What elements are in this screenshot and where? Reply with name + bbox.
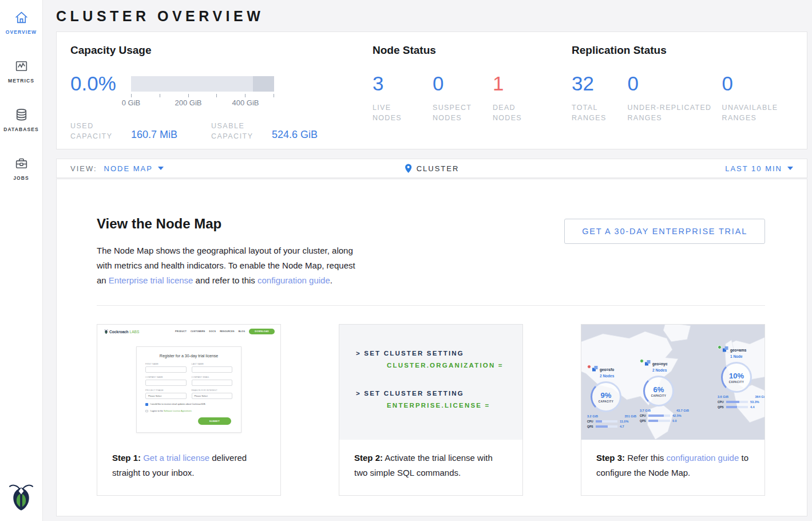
suspect-nodes-value: 0 [433,73,493,94]
qps-value: 0.0 [672,419,677,423]
total-ranges-value: 32 [572,73,627,94]
capacity-gauge-percent: 10% [729,372,744,380]
suspect-nodes-stat: 0 SUSPECT NODES [433,73,493,123]
node-status-section: Node Status 3 LIVE NODES 0 SUSPECT NODES… [373,44,572,149]
step3-node-map-preview: geo=sfo2 Nodes 9% CAPACITY 3.2 GiB351 Gi… [581,325,765,440]
enterprise-trial-license-link[interactable]: Enterprise trial license [109,275,193,285]
step3-card: geo=sfo2 Nodes 9% CAPACITY 3.2 GiB351 Gi… [581,324,765,496]
mini-site-input [145,366,187,373]
usable-capacity-value: 524.6 GiB [272,129,318,141]
capacity-used: 3.7 GiB [640,409,651,412]
jobs-icon [14,156,29,171]
mini-site-field-label: FIRST NAME [145,363,187,365]
capacity-gauge: 10% CAPACITY [721,362,752,393]
mini-site-field-label: COMPANY EMAIL [192,376,233,378]
dead-nodes-stat: 1 DEAD NODES [493,73,553,123]
capacity-usage-title: Capacity Usage [70,44,373,57]
divider [97,305,765,306]
view-toolbar: VIEW: NODE MAP CLUSTER LAST 10 MIN [56,159,807,178]
step3-label: Step 3: [596,453,625,463]
databases-icon [14,107,29,123]
nodes-cube-icon [723,346,728,352]
metrics-icon [14,58,29,74]
sql-command-line: > SET CLUSTER SETTING [356,390,522,397]
mini-site-logo: CockroachLABS [104,329,139,334]
cpu-label: CPU [640,414,648,417]
sidebar-item-label: JOBS [13,175,29,181]
main-content: CLUSTER OVERVIEW Capacity Usage 0.0% 0 G… [56,0,807,516]
usable-capacity-label: USABLE CAPACITY [211,121,272,141]
cpu-label: CPU [587,420,596,423]
qps-value: 4.7 [620,425,624,428]
get-trial-license-link[interactable]: Get a trial license [143,453,209,463]
configuration-guide-link[interactable]: configuration guide [258,275,330,285]
mini-site-checkbox-checked [145,403,148,406]
qps-label: QPS [587,425,596,428]
chevron-down-icon [787,167,793,170]
mini-site-nav-item: DOCS [209,330,216,333]
cpu-value: 11.0% [620,420,628,423]
qps-sparkline [726,406,748,408]
suspect-nodes-label: SUSPECT NODES [433,102,474,123]
unavailable-ranges-stat: 0 UNAVAILABLE RANGES [722,73,807,123]
cluster-breadcrumb: CLUSTER [405,164,460,173]
mini-site-input [145,380,187,386]
tick-label-200: 200 GiB [175,98,202,107]
node-locality-ams: geo=ams1 Node 10% CAPACITY 3.6 GiB364 Gi… [718,346,765,409]
cpu-label: CPU [718,400,726,404]
dead-status-icon [587,365,591,369]
node-status-title: Node Status [373,44,572,57]
capacity-usage-section: Capacity Usage 0.0% 0 GiB 200 GiB 400 Gi… [70,44,373,149]
step1-card: CockroachLABS PRODUCT CUSTOMERS DOCS RES… [97,324,281,496]
map-pin-icon [405,164,412,173]
sidebar-item-databases[interactable]: DATABASES [0,107,42,132]
tick-label-0: 0 GiB [122,98,141,107]
capacity-gauge: 9% CAPACITY [591,381,621,412]
step1-screenshot: CockroachLABS PRODUCT CUSTOMERS DOCS RES… [97,325,280,440]
unavailable-ranges-label: UNAVAILABLE RANGES [722,102,807,123]
locality-node-count: 1 Node [730,354,743,358]
step2-label: Step 2: [354,453,383,463]
replication-status-title: Replication Status [572,44,807,57]
locality-name: geo=nyc [652,362,668,366]
capacity-used: 3.2 GiB [587,415,598,418]
sidebar-item-metrics[interactable]: METRICS [0,58,42,84]
capacity-total: 364 GiB [755,395,765,398]
sidebar-item-label: OVERVIEW [6,29,37,35]
sql-command-arg: CLUSTER.ORGANIZATION = [387,362,522,369]
under-replicated-ranges-value: 0 [627,73,722,94]
sql-command-line: > SET CLUSTER SETTING [356,350,522,357]
locality-name: geo=ams [730,348,746,352]
mini-site-checkbox-label: I would like to receive email updates ab… [150,403,206,405]
cluster-breadcrumb-label: CLUSTER [417,164,460,173]
used-capacity-label: USED CAPACITY [70,121,131,141]
enterprise-trial-button[interactable]: GET A 30-DAY ENTERPRISE TRIAL [564,219,765,244]
mini-site-field-label: REASON FOR INTEREST [192,389,233,392]
view-label: VIEW: [70,164,97,173]
view-selector-dropdown[interactable]: NODE MAP [104,164,164,173]
sidebar-item-overview[interactable]: OVERVIEW [0,10,42,35]
sidebar-item-jobs[interactable]: JOBS [0,156,42,181]
cpu-value: 53.3% [750,400,759,404]
capacity-used: 3.6 GiB [718,395,728,398]
used-capacity-value: 160.7 MiB [131,129,211,141]
sql-command-arg: ENTERPRISE.LICENSE = [387,402,522,409]
mini-site-form-title: Register for a 30-day trial license [145,354,232,358]
configuration-guide-link[interactable]: configuration guide [667,453,739,463]
qps-sparkline [596,425,617,428]
live-status-icon [718,345,722,349]
mini-site-select: Please Select [192,393,233,399]
step1-caption: Step 1: Get a trial license delivered st… [97,440,280,495]
page-title: CLUSTER OVERVIEW [56,0,807,24]
cpu-sparkline [596,420,617,423]
step1-label: Step 1: [112,453,141,463]
capacity-gauge-percent: 9% [601,391,612,400]
home-icon [14,10,29,25]
time-range-dropdown[interactable]: LAST 10 MIN [725,164,793,173]
capacity-bar-reserved-segment [253,76,275,92]
mini-site-submit-button: SUBMIT [198,417,231,425]
mini-site-field-label: PROJECT PHASE [145,389,187,392]
cpu-value: 42.5% [672,414,682,417]
nodes-cube-icon [592,366,598,372]
node-locality-sfo: geo=sfo2 Nodes 9% CAPACITY 3.2 GiB351 Gi… [587,366,636,428]
